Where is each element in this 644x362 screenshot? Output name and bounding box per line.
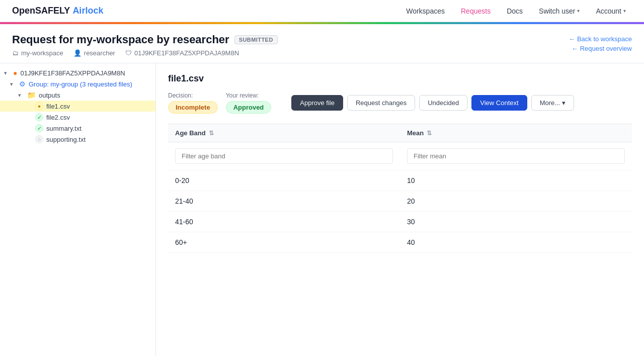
meta-request-id: 🛡 01J9KFE1F38FAZ5XPPDAJA9M8N [125, 49, 239, 57]
logo-open: OpenSAFELY [12, 6, 70, 16]
root-icon: ● [13, 69, 17, 77]
file-title: file1.csv [168, 73, 632, 84]
age-band-sort-icon[interactable]: ⇅ [209, 130, 214, 137]
filter-row [168, 142, 632, 170]
nav-links: Workspaces Requests Docs Switch user ▾ A… [400, 4, 632, 18]
summary-status-icon: ✓ [35, 124, 43, 132]
tree-outputs[interactable]: ▾ 📁 outputs [0, 89, 155, 101]
nav-workspaces[interactable]: Workspaces [400, 4, 451, 18]
sidebar: ▾ ● 01J9KFE1F38FAZ5XPPDAJA9M8N ▾ ⚙ Group… [0, 63, 156, 356]
switch-user-chevron-icon: ▾ [577, 8, 580, 14]
logo-airlock: Airlock [72, 6, 103, 16]
filter-age-band-input[interactable] [175, 148, 393, 164]
action-buttons: Approve file Request changes Undecided V… [291, 95, 574, 111]
table-body: 0-20 10 21-40 20 41-60 30 60+ 40 [168, 170, 632, 253]
cell-mean: 20 [400, 191, 632, 212]
decision-label: Decision: [168, 92, 218, 99]
mean-sort-icon[interactable]: ⇅ [427, 130, 432, 137]
table-row: 41-60 30 [168, 212, 632, 232]
shield-icon: 🛡 [125, 49, 132, 57]
decision-row: Decision: Incomplete Your review: Approv… [168, 92, 632, 114]
page-title-text: Request for my-workspace by researcher [12, 33, 229, 46]
cell-age-band: 60+ [168, 232, 400, 253]
cell-age-band: 21-40 [168, 191, 400, 212]
cell-mean: 10 [400, 170, 632, 191]
cell-mean: 40 [400, 232, 632, 253]
group-label: Group: my-group (3 requested files) [29, 80, 132, 88]
table-row: 60+ 40 [168, 232, 632, 253]
tree-file-summary[interactable]: ✓ summary.txt [0, 123, 155, 134]
cell-age-band: 0-20 [168, 170, 400, 191]
page-header-right: ← Back to workspace ← Request overview [569, 35, 632, 52]
outputs-label: outputs [39, 92, 60, 99]
user-icon: 👤 [73, 49, 82, 57]
outputs-toggle-icon: ▾ [18, 92, 24, 99]
approve-file-button[interactable]: Approve file [291, 95, 343, 111]
tree-file-file2[interactable]: ✓ file2.csv [0, 112, 155, 123]
layers-icon: 🗂 [12, 49, 19, 57]
review-label: Your review: [226, 92, 272, 99]
review-block: Your review: Approved [226, 92, 272, 114]
nav-account[interactable]: Account ▾ [590, 4, 632, 18]
table-row: 0-20 10 [168, 170, 632, 191]
filter-mean-input[interactable] [407, 148, 625, 164]
group-toggle-icon: ▾ [10, 81, 16, 87]
decision-value: Incomplete [168, 101, 218, 114]
cell-mean: 30 [400, 212, 632, 232]
cell-age-band: 41-60 [168, 212, 400, 232]
col-header-mean: Mean ⇅ [400, 124, 632, 142]
page-title: Request for my-workspace by researcher S… [12, 33, 278, 46]
group-icon: ⚙ [19, 80, 26, 88]
table-row: 21-40 20 [168, 191, 632, 212]
page-header: Request for my-workspace by researcher S… [0, 24, 644, 63]
request-changes-button[interactable]: Request changes [347, 95, 415, 111]
account-chevron-icon: ▾ [623, 8, 626, 14]
root-toggle-icon: ▾ [4, 70, 10, 76]
file1-label: file1.csv [46, 103, 70, 110]
main-content: file1.csv Decision: Incomplete Your revi… [156, 63, 644, 356]
filter-mean-cell [400, 142, 632, 170]
meta-user: 👤 researcher [73, 49, 115, 57]
view-context-button[interactable]: View Context [471, 95, 527, 111]
tree-file-file1[interactable]: ● file1.csv [0, 101, 155, 112]
back-to-workspace-link[interactable]: ← Back to workspace [569, 35, 632, 43]
summary-label: summary.txt [46, 125, 82, 132]
meta-workspace: 🗂 my-workspace [12, 49, 63, 57]
more-chevron-icon: ▾ [562, 99, 566, 107]
status-badge: SUBMITTED [234, 35, 278, 44]
logo[interactable]: OpenSAFELY Airlock [12, 6, 103, 16]
folder-icon: 📁 [27, 91, 36, 99]
top-nav: OpenSAFELY Airlock Workspaces Requests D… [0, 0, 644, 22]
tree-group[interactable]: ▾ ⚙ Group: my-group (3 requested files) [0, 78, 155, 89]
tree-root[interactable]: ▾ ● 01J9KFE1F38FAZ5XPPDAJA9M8N [0, 67, 155, 78]
file1-status-icon: ● [35, 102, 43, 110]
supporting-status-icon: ○ [35, 135, 43, 143]
undecided-button[interactable]: Undecided [419, 95, 467, 111]
tree-file-supporting[interactable]: ○ supporting.txt [0, 134, 155, 145]
page-header-left: Request for my-workspace by researcher S… [12, 33, 278, 57]
more-button[interactable]: More... ▾ [531, 95, 574, 111]
file2-label: file2.csv [46, 114, 70, 121]
table-header-row: Age Band ⇅ Mean ⇅ [168, 124, 632, 142]
request-overview-link[interactable]: ← Request overview [572, 45, 632, 52]
nav-requests[interactable]: Requests [455, 4, 497, 18]
page-meta: 🗂 my-workspace 👤 researcher 🛡 01J9KFE1F3… [12, 49, 278, 57]
content-layout: ▾ ● 01J9KFE1F38FAZ5XPPDAJA9M8N ▾ ⚙ Group… [0, 63, 644, 356]
supporting-label: supporting.txt [46, 136, 86, 143]
nav-docs[interactable]: Docs [501, 4, 529, 18]
data-table: Age Band ⇅ Mean ⇅ [168, 124, 632, 253]
root-label: 01J9KFE1F38FAZ5XPPDAJA9M8N [20, 69, 125, 77]
filter-age-band-cell [168, 142, 400, 170]
review-value: Approved [226, 101, 272, 114]
col-header-age-band: Age Band ⇅ [168, 124, 400, 142]
decision-block: Decision: Incomplete [168, 92, 218, 114]
file2-status-icon: ✓ [35, 113, 43, 121]
nav-switch-user[interactable]: Switch user ▾ [533, 4, 586, 18]
